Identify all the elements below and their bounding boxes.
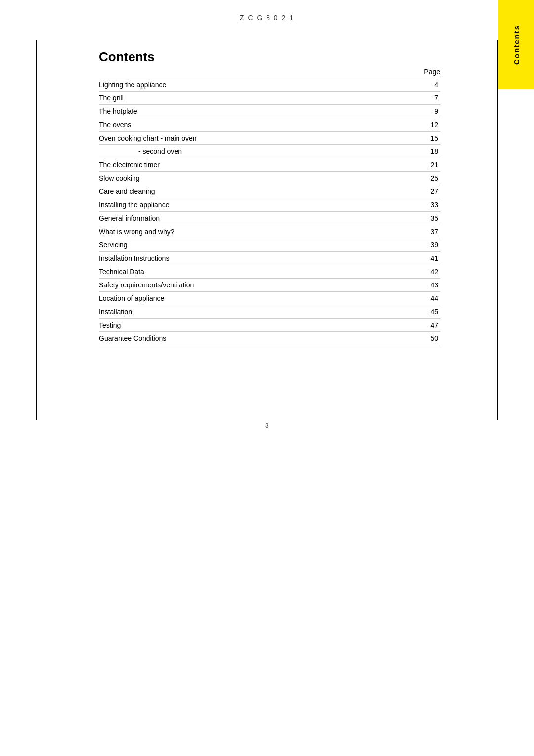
row-label: General information xyxy=(99,212,392,225)
row-page: 41 xyxy=(392,252,440,265)
table-row: The grill7 xyxy=(99,92,440,105)
left-border xyxy=(36,40,37,420)
row-label: Technical Data xyxy=(99,265,392,279)
row-label: Installation xyxy=(99,305,392,319)
page-number: 3 xyxy=(265,422,269,429)
row-page: 42 xyxy=(392,265,440,279)
table-row: The ovens12 xyxy=(99,118,440,132)
table-row: Testing47 xyxy=(99,319,440,332)
row-label: Care and cleaning xyxy=(99,185,392,198)
row-label: The grill xyxy=(99,92,392,105)
row-label: The hotplate xyxy=(99,105,392,118)
table-row: Location of appliance44 xyxy=(99,292,440,305)
table-row: Servicing39 xyxy=(99,238,440,252)
table-row: Safety requirements/ventilation43 xyxy=(99,279,440,292)
row-label: The electronic timer xyxy=(99,158,392,172)
row-page: 7 xyxy=(392,92,440,105)
main-content: Contents Page Lighting the appliance4The… xyxy=(74,49,465,345)
row-label: Lighting the appliance xyxy=(99,78,392,92)
row-label: Oven cooking chart - main oven xyxy=(99,132,392,145)
row-page: 43 xyxy=(392,279,440,292)
side-tab-label: Contents xyxy=(512,25,521,65)
table-row: Installation Instructions41 xyxy=(99,252,440,265)
row-page: 47 xyxy=(392,319,440,332)
table-row: The hotplate9 xyxy=(99,105,440,118)
row-page: 25 xyxy=(392,172,440,185)
row-page: 15 xyxy=(392,132,440,145)
table-row: Installing the appliance33 xyxy=(99,198,440,212)
row-page: 44 xyxy=(392,292,440,305)
table-row: What is wrong and why?37 xyxy=(99,225,440,238)
table-row: General information35 xyxy=(99,212,440,225)
row-label: Slow cooking xyxy=(99,172,392,185)
contents-heading: Contents xyxy=(99,49,440,65)
row-page: 18 xyxy=(392,145,440,158)
row-page: 45 xyxy=(392,305,440,319)
row-page: 9 xyxy=(392,105,440,118)
row-page: 21 xyxy=(392,158,440,172)
table-row: Lighting the appliance4 xyxy=(99,78,440,92)
row-page: 33 xyxy=(392,198,440,212)
row-label: Testing xyxy=(99,319,392,332)
table-row: Technical Data42 xyxy=(99,265,440,279)
table-row: Guarantee Conditions50 xyxy=(99,332,440,345)
row-label: Installing the appliance xyxy=(99,198,392,212)
row-label: Guarantee Conditions xyxy=(99,332,392,345)
row-page: 4 xyxy=(392,78,440,92)
row-label: What is wrong and why? xyxy=(99,225,392,238)
table-row: Installation45 xyxy=(99,305,440,319)
label-col-header xyxy=(99,68,392,78)
table-row: Oven cooking chart - main oven15 xyxy=(99,132,440,145)
row-label: The ovens xyxy=(99,118,392,132)
row-label: - second oven xyxy=(99,145,392,158)
table-row: The electronic timer21 xyxy=(99,158,440,172)
row-label: Servicing xyxy=(99,238,392,252)
row-page: 39 xyxy=(392,238,440,252)
row-page: 27 xyxy=(392,185,440,198)
table-row: Slow cooking25 xyxy=(99,172,440,185)
row-label: Safety requirements/ventilation xyxy=(99,279,392,292)
table-row: Care and cleaning27 xyxy=(99,185,440,198)
row-page: 37 xyxy=(392,225,440,238)
row-label: Location of appliance xyxy=(99,292,392,305)
document-title: Z C G 8 0 2 1 xyxy=(0,0,534,22)
table-row: - second oven18 xyxy=(99,145,440,158)
contents-table: Page Lighting the appliance4The grill7Th… xyxy=(99,68,440,345)
row-page: 50 xyxy=(392,332,440,345)
row-label: Installation Instructions xyxy=(99,252,392,265)
contents-tab: Contents xyxy=(498,0,534,89)
right-border xyxy=(497,40,498,420)
row-page: 35 xyxy=(392,212,440,225)
row-page: 12 xyxy=(392,118,440,132)
page-col-header: Page xyxy=(392,68,440,78)
